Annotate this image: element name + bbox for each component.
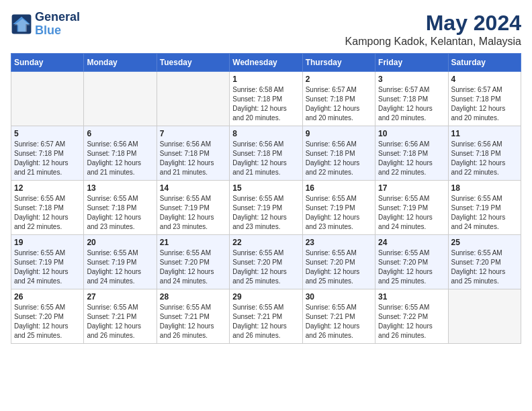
day-number: 10 (378, 129, 445, 138)
calendar-day-17: 17Sunrise: 6:55 AM Sunset: 7:19 PM Dayli… (375, 181, 448, 235)
day-info: Sunrise: 6:55 AM Sunset: 7:19 PM Dayligh… (378, 194, 445, 232)
day-number: 5 (14, 129, 81, 138)
calendar-header-thursday: Thursday (302, 54, 375, 72)
day-info: Sunrise: 6:55 AM Sunset: 7:20 PM Dayligh… (160, 248, 226, 286)
day-number: 21 (160, 238, 226, 247)
calendar-day-16: 16Sunrise: 6:55 AM Sunset: 7:19 PM Dayli… (302, 181, 375, 235)
day-info: Sunrise: 6:55 AM Sunset: 7:21 PM Dayligh… (232, 303, 299, 340)
logo-icon (11, 13, 32, 35)
calendar-day-5: 5Sunrise: 6:57 AM Sunset: 7:18 PM Daylig… (11, 126, 84, 181)
calendar-header-sunday: Sunday (11, 54, 84, 72)
day-info: Sunrise: 6:55 AM Sunset: 7:20 PM Dayligh… (232, 248, 299, 286)
day-info: Sunrise: 6:55 AM Sunset: 7:18 PM Dayligh… (87, 194, 153, 232)
day-number: 16 (306, 183, 372, 193)
day-info: Sunrise: 6:56 AM Sunset: 7:18 PM Dayligh… (87, 140, 153, 177)
day-info: Sunrise: 6:55 AM Sunset: 7:20 PM Dayligh… (306, 248, 372, 286)
calendar-day-30: 30Sunrise: 6:55 AM Sunset: 7:21 PM Dayli… (302, 289, 375, 344)
day-info: Sunrise: 6:55 AM Sunset: 7:19 PM Dayligh… (232, 194, 299, 232)
calendar-header-tuesday: Tuesday (157, 54, 229, 72)
calendar-day-13: 13Sunrise: 6:55 AM Sunset: 7:18 PM Dayli… (84, 181, 157, 235)
day-info: Sunrise: 6:55 AM Sunset: 7:19 PM Dayligh… (160, 194, 226, 232)
calendar-day-4: 4Sunrise: 6:57 AM Sunset: 7:18 PM Daylig… (448, 72, 521, 126)
day-number: 26 (14, 292, 81, 302)
day-number: 22 (232, 238, 299, 247)
calendar-week-row: 5Sunrise: 6:57 AM Sunset: 7:18 PM Daylig… (11, 126, 521, 181)
calendar-day-8: 8Sunrise: 6:56 AM Sunset: 7:18 PM Daylig… (230, 126, 302, 181)
calendar-day-27: 27Sunrise: 6:55 AM Sunset: 7:21 PM Dayli… (84, 289, 157, 344)
calendar-day-31: 31Sunrise: 6:55 AM Sunset: 7:22 PM Dayli… (375, 289, 448, 344)
day-info: Sunrise: 6:55 AM Sunset: 7:20 PM Dayligh… (14, 303, 81, 340)
day-number: 9 (306, 129, 372, 138)
calendar-header-monday: Monday (84, 54, 157, 72)
calendar-week-row: 26Sunrise: 6:55 AM Sunset: 7:20 PM Dayli… (11, 289, 521, 344)
calendar-empty-cell (11, 72, 84, 126)
calendar-day-1: 1Sunrise: 6:58 AM Sunset: 7:18 PM Daylig… (230, 72, 302, 126)
day-info: Sunrise: 6:55 AM Sunset: 7:19 PM Dayligh… (87, 248, 153, 286)
calendar-day-26: 26Sunrise: 6:55 AM Sunset: 7:20 PM Dayli… (11, 289, 84, 344)
day-info: Sunrise: 6:56 AM Sunset: 7:18 PM Dayligh… (451, 140, 518, 177)
day-number: 31 (378, 292, 445, 302)
calendar-day-21: 21Sunrise: 6:55 AM Sunset: 7:20 PM Dayli… (157, 235, 229, 289)
calendar-day-18: 18Sunrise: 6:55 AM Sunset: 7:19 PM Dayli… (448, 181, 521, 235)
calendar-day-20: 20Sunrise: 6:55 AM Sunset: 7:19 PM Dayli… (84, 235, 157, 289)
calendar-header-row: SundayMondayTuesdayWednesdayThursdayFrid… (11, 54, 521, 72)
day-info: Sunrise: 6:55 AM Sunset: 7:19 PM Dayligh… (306, 194, 372, 232)
day-number: 30 (306, 292, 372, 302)
day-number: 29 (232, 292, 299, 302)
day-info: Sunrise: 6:56 AM Sunset: 7:18 PM Dayligh… (306, 140, 372, 177)
calendar-day-11: 11Sunrise: 6:56 AM Sunset: 7:18 PM Dayli… (448, 126, 521, 181)
calendar-week-row: 19Sunrise: 6:55 AM Sunset: 7:19 PM Dayli… (11, 235, 521, 289)
calendar-header-wednesday: Wednesday (230, 54, 302, 72)
calendar-day-7: 7Sunrise: 6:56 AM Sunset: 7:18 PM Daylig… (157, 126, 229, 181)
calendar-header-friday: Friday (375, 54, 448, 72)
location-title: Kampong Kadok, Kelantan, Malaysia (345, 36, 521, 48)
day-number: 11 (451, 129, 518, 138)
day-info: Sunrise: 6:57 AM Sunset: 7:18 PM Dayligh… (378, 85, 445, 123)
calendar-day-29: 29Sunrise: 6:55 AM Sunset: 7:21 PM Dayli… (230, 289, 302, 344)
page-header: General Blue May 2024 Kampong Kadok, Kel… (11, 11, 521, 48)
calendar-day-24: 24Sunrise: 6:55 AM Sunset: 7:20 PM Dayli… (375, 235, 448, 289)
day-number: 28 (160, 292, 226, 302)
day-number: 23 (306, 238, 372, 247)
day-info: Sunrise: 6:56 AM Sunset: 7:18 PM Dayligh… (378, 140, 445, 177)
day-number: 15 (232, 183, 299, 193)
day-info: Sunrise: 6:56 AM Sunset: 7:18 PM Dayligh… (232, 140, 299, 177)
calendar-header-saturday: Saturday (448, 54, 521, 72)
calendar-day-19: 19Sunrise: 6:55 AM Sunset: 7:19 PM Dayli… (11, 235, 84, 289)
calendar-week-row: 12Sunrise: 6:55 AM Sunset: 7:18 PM Dayli… (11, 181, 521, 235)
calendar-day-10: 10Sunrise: 6:56 AM Sunset: 7:18 PM Dayli… (375, 126, 448, 181)
calendar-empty-cell (84, 72, 157, 126)
day-info: Sunrise: 6:55 AM Sunset: 7:20 PM Dayligh… (451, 248, 518, 286)
calendar-week-row: 1Sunrise: 6:58 AM Sunset: 7:18 PM Daylig… (11, 72, 521, 126)
day-info: Sunrise: 6:55 AM Sunset: 7:21 PM Dayligh… (306, 303, 372, 340)
day-number: 3 (378, 75, 445, 84)
day-number: 25 (451, 238, 518, 247)
day-info: Sunrise: 6:56 AM Sunset: 7:18 PM Dayligh… (160, 140, 226, 177)
logo: General Blue (11, 11, 80, 38)
month-title: May 2024 (345, 11, 521, 36)
day-number: 1 (232, 75, 299, 84)
calendar-day-15: 15Sunrise: 6:55 AM Sunset: 7:19 PM Dayli… (230, 181, 302, 235)
day-info: Sunrise: 6:58 AM Sunset: 7:18 PM Dayligh… (232, 85, 299, 123)
day-number: 8 (232, 129, 299, 138)
day-number: 6 (87, 129, 153, 138)
calendar-day-12: 12Sunrise: 6:55 AM Sunset: 7:18 PM Dayli… (11, 181, 84, 235)
day-number: 4 (451, 75, 518, 84)
title-block: May 2024 Kampong Kadok, Kelantan, Malays… (345, 11, 521, 48)
day-info: Sunrise: 6:57 AM Sunset: 7:18 PM Dayligh… (451, 85, 518, 123)
day-info: Sunrise: 6:55 AM Sunset: 7:19 PM Dayligh… (451, 194, 518, 232)
day-info: Sunrise: 6:57 AM Sunset: 7:18 PM Dayligh… (14, 140, 81, 177)
day-number: 13 (87, 183, 153, 193)
calendar-day-14: 14Sunrise: 6:55 AM Sunset: 7:19 PM Dayli… (157, 181, 229, 235)
day-number: 20 (87, 238, 153, 247)
day-info: Sunrise: 6:55 AM Sunset: 7:18 PM Dayligh… (14, 194, 81, 232)
calendar-day-6: 6Sunrise: 6:56 AM Sunset: 7:18 PM Daylig… (84, 126, 157, 181)
calendar-day-3: 3Sunrise: 6:57 AM Sunset: 7:18 PM Daylig… (375, 72, 448, 126)
calendar-day-28: 28Sunrise: 6:55 AM Sunset: 7:21 PM Dayli… (157, 289, 229, 344)
day-number: 17 (378, 183, 445, 193)
logo-text: General Blue (35, 11, 80, 38)
calendar-empty-cell (157, 72, 229, 126)
calendar-table: SundayMondayTuesdayWednesdayThursdayFrid… (11, 53, 521, 344)
day-info: Sunrise: 6:55 AM Sunset: 7:22 PM Dayligh… (378, 303, 445, 340)
day-number: 24 (378, 238, 445, 247)
